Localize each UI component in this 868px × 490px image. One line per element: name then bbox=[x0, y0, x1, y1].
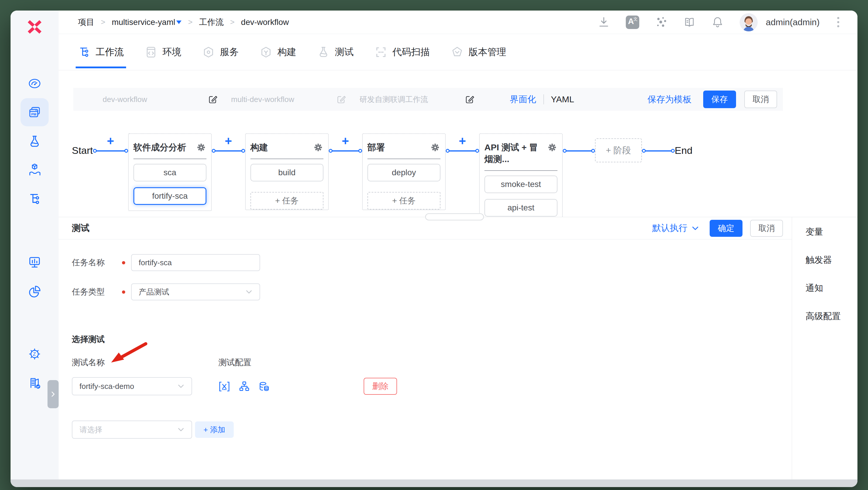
delete-button[interactable]: 删除 bbox=[364, 378, 397, 395]
workflow-settings-nav: 变量 触发器 通知 高级配置 bbox=[792, 217, 858, 480]
chevron-down-icon bbox=[245, 288, 252, 295]
required-dot bbox=[116, 290, 131, 294]
docs-icon[interactable] bbox=[683, 16, 695, 28]
task-name-input[interactable]: fortify-sca bbox=[131, 254, 260, 271]
bell-icon[interactable] bbox=[711, 16, 724, 28]
start-node: Start bbox=[72, 144, 93, 156]
workflow-template-icon[interactable] bbox=[28, 192, 41, 206]
task-card[interactable]: build bbox=[250, 164, 323, 182]
projects-icon[interactable] bbox=[28, 105, 41, 119]
add-task-button[interactable]: + 任务 bbox=[250, 192, 323, 209]
monitor-icon[interactable] bbox=[28, 256, 41, 269]
nav-variables[interactable]: 变量 bbox=[806, 227, 858, 236]
test-config-icons bbox=[218, 381, 270, 392]
task-card[interactable]: api-test bbox=[485, 199, 557, 217]
task-card-selected[interactable]: fortify-sca bbox=[133, 187, 207, 205]
brand-logo-icon[interactable] bbox=[26, 18, 43, 35]
annotation-arrow-icon bbox=[107, 341, 150, 365]
stage-divider bbox=[367, 159, 440, 159]
variables-icon[interactable] bbox=[218, 381, 230, 392]
add-stage-plus-icon[interactable]: + bbox=[342, 135, 349, 147]
release-icon bbox=[451, 46, 463, 58]
sidebar-expand-handle[interactable] bbox=[48, 380, 59, 408]
edit-icon[interactable] bbox=[465, 95, 474, 104]
kebab-icon[interactable] bbox=[835, 15, 841, 29]
mode-ui-toggle[interactable]: 界面化 bbox=[510, 94, 536, 105]
task-card[interactable]: smoke-test bbox=[485, 175, 557, 193]
nav-notifications[interactable]: 通知 bbox=[806, 284, 858, 292]
tab-label: 代码扫描 bbox=[392, 46, 430, 59]
exec-mode-dropdown[interactable]: 默认执行 bbox=[652, 222, 699, 234]
cluster-icon[interactable] bbox=[655, 16, 668, 28]
confirm-button[interactable]: 确定 bbox=[710, 220, 743, 237]
task-card[interactable]: deploy bbox=[367, 164, 440, 182]
download-icon[interactable] bbox=[598, 16, 610, 28]
mode-yaml-toggle[interactable]: YAML bbox=[551, 94, 574, 104]
delivery-icon[interactable] bbox=[28, 163, 41, 177]
breadcrumb-workflows[interactable]: 工作流 bbox=[199, 17, 224, 28]
add-stage-plus-icon[interactable]: + bbox=[459, 135, 466, 147]
translate-icon[interactable]: A 文 bbox=[626, 15, 639, 29]
avatar[interactable] bbox=[740, 13, 758, 31]
workflow-desc-value: 研发自测联调工作流 bbox=[360, 94, 428, 105]
window-bottom-edge bbox=[10, 480, 858, 487]
workflow-key-value: dev-workflow bbox=[103, 95, 147, 104]
task-type-select[interactable]: 产品测试 bbox=[131, 283, 260, 300]
stage-settings-icon[interactable] bbox=[196, 142, 207, 153]
breadcrumb-project-name[interactable]: multiservice-yaml bbox=[112, 18, 182, 27]
tab-environments[interactable]: 环境 bbox=[145, 34, 181, 70]
add-button[interactable]: + 添加 bbox=[195, 421, 234, 438]
task-card[interactable]: sca bbox=[133, 164, 207, 182]
breadcrumb-separator: > bbox=[101, 18, 105, 27]
stage-divider bbox=[485, 170, 557, 171]
data-insight-icon[interactable] bbox=[28, 285, 41, 298]
settings-icon[interactable] bbox=[28, 347, 41, 361]
required-dot bbox=[116, 261, 131, 264]
stage-settings-icon[interactable] bbox=[313, 142, 323, 153]
workflow-key-field[interactable]: dev-workflow bbox=[103, 95, 218, 104]
stage-title: 构建 bbox=[250, 141, 268, 153]
canvas-horizontal-scrollbar[interactable] bbox=[425, 214, 484, 220]
tab-code-scan[interactable]: 代码扫描 bbox=[375, 34, 430, 70]
edit-icon[interactable] bbox=[208, 95, 218, 104]
caret-down-icon[interactable] bbox=[176, 21, 182, 24]
user-menu[interactable]: admin(admin) bbox=[766, 17, 819, 27]
add-task-button[interactable]: + 任务 bbox=[367, 192, 440, 209]
test-lab-icon[interactable] bbox=[28, 135, 41, 148]
add-stage-plus-icon[interactable]: + bbox=[107, 135, 114, 147]
tab-tests[interactable]: 测试 bbox=[317, 34, 354, 70]
edit-icon[interactable] bbox=[337, 95, 346, 104]
workflow-desc-field[interactable]: 研发自测联调工作流 bbox=[360, 94, 474, 105]
save-as-template-link[interactable]: 保存为模板 bbox=[648, 94, 691, 105]
dashboard-icon[interactable] bbox=[28, 77, 41, 90]
test-name-select[interactable]: fortify-sca-demo bbox=[72, 377, 192, 395]
service-icon bbox=[202, 46, 215, 58]
tab-workflows[interactable]: 工作流 bbox=[78, 34, 124, 70]
save-button[interactable]: 保存 bbox=[703, 91, 736, 108]
add-stage-button[interactable]: + 阶段 bbox=[595, 138, 642, 162]
stage-card-sca: 软件成分分析 sca fortify-sca bbox=[128, 133, 212, 211]
tab-label: 环境 bbox=[162, 46, 181, 59]
add-stage-plus-icon[interactable]: + bbox=[225, 135, 232, 147]
stage-settings-icon[interactable] bbox=[547, 142, 557, 153]
workflow-name-value: multi-dev-workflow bbox=[231, 95, 294, 104]
cancel-button[interactable]: 取消 bbox=[744, 91, 777, 108]
breadcrumb-project[interactable]: 项目 bbox=[78, 17, 94, 28]
pipeline-icon[interactable] bbox=[239, 381, 250, 392]
enterprise-icon[interactable] bbox=[28, 376, 41, 390]
workflow-name-field[interactable]: multi-dev-workflow bbox=[231, 95, 346, 104]
add-test-select[interactable]: 请选择 bbox=[72, 421, 192, 439]
breadcrumb-separator: > bbox=[188, 18, 192, 27]
tab-releases[interactable]: 版本管理 bbox=[451, 34, 506, 70]
tab-services[interactable]: 服务 bbox=[202, 34, 239, 70]
nav-triggers[interactable]: 触发器 bbox=[806, 256, 858, 264]
task-form: 任务名称 fortify-sca 任务类型 产品测试 选择测试 bbox=[59, 239, 792, 487]
panel-cancel-button[interactable]: 取消 bbox=[750, 220, 783, 237]
stage-settings-icon[interactable] bbox=[430, 142, 440, 153]
task-name-row: 任务名称 fortify-sca bbox=[72, 254, 260, 271]
tab-builds[interactable]: 构建 bbox=[260, 34, 296, 70]
nav-advanced[interactable]: 高级配置 bbox=[806, 312, 858, 321]
breadcrumb-project-name-label: multiservice-yaml bbox=[112, 18, 175, 27]
database-icon[interactable] bbox=[258, 381, 270, 392]
stage-card-build: 构建 build + 任务 bbox=[245, 133, 329, 210]
